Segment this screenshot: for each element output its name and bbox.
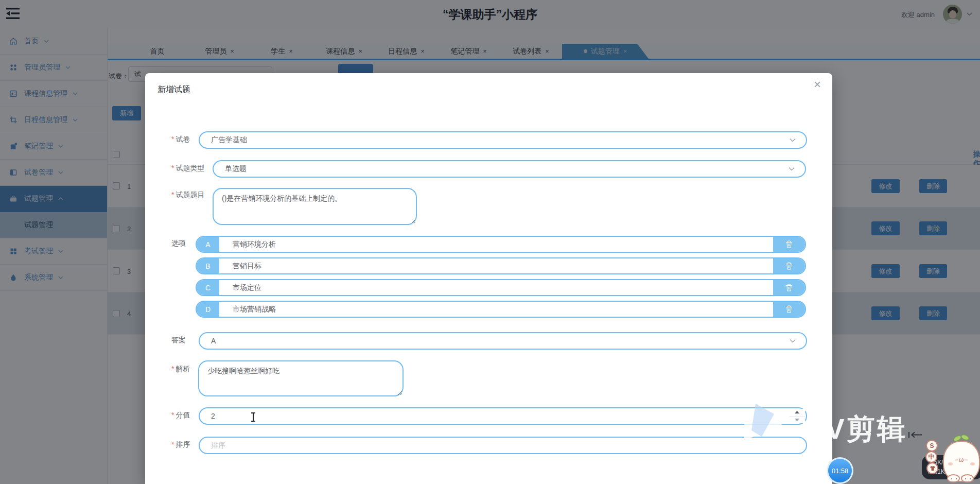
sticker-mini-blob [947,474,960,482]
paper-select[interactable]: 广告学基础 [199,131,807,149]
paper-select-value: 广告学基础 [211,135,247,145]
badge-zh-icon[interactable]: 中 [925,451,937,463]
question-textarea[interactable]: ()是在营销环境分析的基础上制定的。 [213,188,417,225]
close-icon[interactable]: × [814,78,821,91]
option-input[interactable] [219,280,773,295]
spinner-up-button[interactable] [789,409,805,416]
option-row-b: B [196,257,806,274]
score-input[interactable] [199,407,807,425]
option-row-a: A [196,236,806,253]
trash-icon [785,240,793,248]
timer-value: 01:58 [832,467,849,475]
analysis-textarea[interactable]: 少吃搜啊哈葱丝啊好吃 [198,360,404,396]
trash-icon [785,305,793,313]
option-input[interactable] [219,237,773,252]
option-input[interactable] [219,302,773,317]
required-asterisk: * [171,440,174,448]
add-question-modal: 新增试题 × *试卷 广告学基础 *试题类型 单选题 *试题题目 ()是在营销环… [145,73,832,484]
cursor-arrow-icon [908,431,922,438]
badge-s-icon[interactable]: S [926,440,938,452]
answer-select-value: A [211,337,216,345]
option-key-badge: A [197,237,219,252]
sort-input[interactable] [199,437,807,454]
sticker-mini-blob [961,474,974,482]
type-select[interactable]: 单选题 [213,160,806,178]
chevron-down-icon [790,339,796,343]
options-label: 选项 [171,239,186,248]
required-asterisk: * [171,164,174,172]
paper-field-label: *试卷 [171,135,190,144]
option-key-badge: D [197,302,219,317]
required-asterisk: * [171,411,174,419]
score-field-label: *分值 [171,411,190,420]
number-spinner [789,409,805,423]
answer-field-label: 答案 [171,336,186,345]
chevron-down-icon [790,139,796,142]
spinner-down-button[interactable] [789,416,805,424]
chevron-down-icon [789,167,795,171]
type-select-value: 单选题 [225,164,247,174]
delete-option-button[interactable] [773,302,805,317]
delete-option-button[interactable] [773,258,805,273]
sticker-face: −ω− [942,456,980,463]
delete-option-button[interactable] [773,280,805,295]
badge-shirt-icon[interactable] [926,462,938,474]
watermark-text: V剪辑 [826,410,907,448]
required-asterisk: * [171,365,174,373]
option-row-d: D [196,301,806,318]
trash-icon [785,262,793,270]
analysis-field-label: *解析 [171,365,190,374]
text-cursor-icon [253,413,254,421]
delete-option-button[interactable] [773,237,805,252]
watermark-play-logo-icon [736,401,790,449]
screen: “学课助手”小程序 欢迎 admin 首页 管理员管理 课程信息管理 日程信息管… [0,0,980,484]
modal-title: 新增试题 [157,84,190,95]
option-input[interactable] [219,258,773,273]
recording-timer[interactable]: 01:58 [827,457,853,484]
answer-select[interactable]: A [199,332,807,350]
option-key-badge: B [197,258,219,273]
option-row-c: C [196,279,806,296]
sort-field-label: *排序 [171,440,190,450]
required-asterisk: * [171,135,174,143]
required-asterisk: * [171,191,174,199]
type-field-label: *试题类型 [171,164,204,173]
question-field-label: *试题题目 [171,191,204,200]
trash-icon [785,284,793,291]
option-key-badge: C [197,280,219,295]
